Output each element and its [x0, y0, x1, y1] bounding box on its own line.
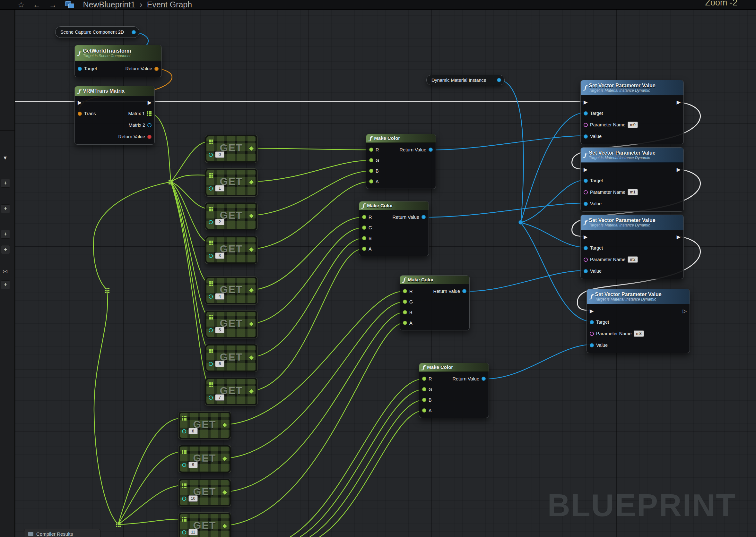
back-arrow-icon[interactable]: ←: [33, 1, 41, 9]
index-value-field[interactable]: 9: [189, 462, 198, 468]
breadcrumb-graph[interactable]: Event Graph: [147, 0, 192, 9]
exec-input-pin[interactable]: [584, 100, 588, 105]
target-input-pin[interactable]: [78, 67, 82, 71]
node-get-3[interactable]: GET 3: [205, 236, 258, 264]
add-button[interactable]: +: [1, 230, 10, 239]
index-value-field[interactable]: 0: [215, 151, 224, 158]
exec-output-pin[interactable]: [677, 167, 681, 172]
value-input-pin[interactable]: [590, 343, 594, 348]
exec-output-pin[interactable]: [677, 100, 681, 105]
node-set-vector-parameter-2[interactable]: ƒ Set Vector Parameter Value Target is M…: [580, 147, 684, 212]
add-button[interactable]: +: [1, 245, 10, 254]
r-input-pin[interactable]: [362, 215, 366, 219]
node-get-4[interactable]: GET 4: [205, 276, 258, 305]
index-value-field[interactable]: 11: [189, 529, 198, 535]
return-value-output-pin[interactable]: [428, 147, 433, 152]
node-set-vector-parameter-1[interactable]: ƒ Set Vector Parameter Value Target is M…: [580, 80, 684, 145]
add-button[interactable]: +: [1, 179, 10, 188]
node-get-5[interactable]: GET 5: [205, 310, 258, 338]
index-input-pin[interactable]: [182, 530, 186, 534]
return-value-output-pin[interactable]: [147, 135, 152, 139]
matrix1-array-output-pin[interactable]: [147, 111, 152, 116]
array-input-pin[interactable]: [209, 207, 213, 211]
exec-input-pin[interactable]: [590, 309, 594, 314]
array-input-pin[interactable]: [182, 517, 187, 521]
node-get-world-transform[interactable]: ƒ GetWorldTransform Target is Scene Comp…: [74, 45, 162, 77]
g-input-pin[interactable]: [369, 158, 373, 162]
node-get-11[interactable]: GET 11: [178, 512, 231, 537]
a-input-pin[interactable]: [422, 408, 426, 413]
node-get-6[interactable]: GET 6: [205, 344, 258, 372]
target-input-pin[interactable]: [584, 246, 588, 250]
value-input-pin[interactable]: [584, 134, 588, 139]
parameter-name-field[interactable]: m0: [628, 122, 638, 128]
add-button[interactable]: +: [1, 204, 10, 213]
exec-output-pin[interactable]: [677, 234, 681, 240]
r-input-pin[interactable]: [403, 289, 407, 293]
array-input-pin[interactable]: [182, 450, 187, 454]
a-input-pin[interactable]: [369, 179, 373, 184]
index-input-pin[interactable]: [182, 463, 186, 467]
index-value-field[interactable]: 8: [189, 428, 198, 434]
index-value-field[interactable]: 2: [215, 219, 224, 225]
return-value-output-pin[interactable]: [481, 377, 486, 381]
node-get-1[interactable]: GET 1: [205, 168, 258, 197]
b-input-pin[interactable]: [369, 169, 373, 173]
node-set-vector-parameter-3[interactable]: ƒ Set Vector Parameter Value Target is M…: [580, 215, 684, 279]
parameter-name-input-pin[interactable]: [584, 258, 588, 262]
b-input-pin[interactable]: [362, 236, 366, 240]
forward-arrow-icon[interactable]: →: [49, 1, 57, 9]
array-input-pin[interactable]: [209, 173, 213, 178]
array-input-pin[interactable]: [209, 349, 213, 353]
exec-output-pin[interactable]: [683, 309, 687, 314]
trans-input-pin[interactable]: [78, 112, 82, 116]
node-make-color-1[interactable]: ƒ Make Color R Return Value: [366, 134, 436, 189]
index-value-field[interactable]: 6: [215, 360, 224, 367]
value-input-pin[interactable]: [584, 269, 588, 273]
g-input-pin[interactable]: [422, 387, 426, 392]
breadcrumb-blueprint[interactable]: NewBlueprint1: [83, 0, 135, 9]
index-input-pin[interactable]: [209, 328, 213, 332]
node-make-color-4[interactable]: ƒ Make Color R Return Value: [419, 363, 489, 418]
parameter-name-input-pin[interactable]: [590, 332, 594, 336]
index-input-pin[interactable]: [209, 153, 213, 157]
node-get-10[interactable]: GET 10: [178, 478, 231, 507]
array-input-pin[interactable]: [209, 382, 213, 387]
node-vrm-trans-matrix[interactable]: ƒ VRMTrans Matrix Trans Matrix 1: [74, 86, 155, 145]
index-value-field[interactable]: 1: [215, 185, 224, 191]
parameter-name-input-pin[interactable]: [584, 190, 588, 194]
windows-cascade-icon[interactable]: [65, 1, 75, 8]
mail-icon[interactable]: ✉: [1, 267, 9, 275]
array-input-pin[interactable]: [209, 281, 213, 286]
g-input-pin[interactable]: [362, 226, 366, 230]
index-input-pin[interactable]: [209, 362, 213, 366]
parameter-name-field[interactable]: m1: [628, 189, 638, 195]
target-input-pin[interactable]: [584, 111, 588, 115]
dropdown-caret-icon[interactable]: ▾: [1, 153, 9, 162]
node-scene-capture-component-2d[interactable]: Scene Capture Component 2D: [55, 26, 139, 38]
index-input-pin[interactable]: [209, 395, 213, 400]
exec-input-pin[interactable]: [584, 167, 588, 172]
index-value-field[interactable]: 10: [189, 495, 198, 502]
exec-output-pin[interactable]: [148, 100, 152, 105]
index-input-pin[interactable]: [182, 429, 186, 434]
parameter-name-field[interactable]: m2: [628, 256, 638, 263]
node-make-color-3[interactable]: ƒ Make Color R Return Value: [400, 275, 470, 330]
g-input-pin[interactable]: [403, 300, 407, 304]
node-make-color-2[interactable]: ƒ Make Color R Return Value: [359, 201, 429, 256]
value-input-pin[interactable]: [584, 202, 588, 206]
node-get-7[interactable]: GET 7: [205, 378, 258, 406]
a-input-pin[interactable]: [403, 321, 407, 325]
return-value-output-pin[interactable]: [422, 215, 426, 219]
b-input-pin[interactable]: [403, 310, 407, 314]
return-value-output-pin[interactable]: [462, 289, 467, 293]
b-input-pin[interactable]: [422, 398, 426, 402]
index-input-pin[interactable]: [209, 220, 213, 224]
index-value-field[interactable]: 4: [215, 293, 224, 300]
index-value-field[interactable]: 5: [215, 327, 224, 333]
return-value-output-pin[interactable]: [155, 67, 158, 71]
a-input-pin[interactable]: [362, 247, 366, 251]
index-input-pin[interactable]: [209, 254, 213, 258]
array-input-pin[interactable]: [182, 483, 187, 488]
parameter-name-field[interactable]: m3: [634, 330, 644, 337]
